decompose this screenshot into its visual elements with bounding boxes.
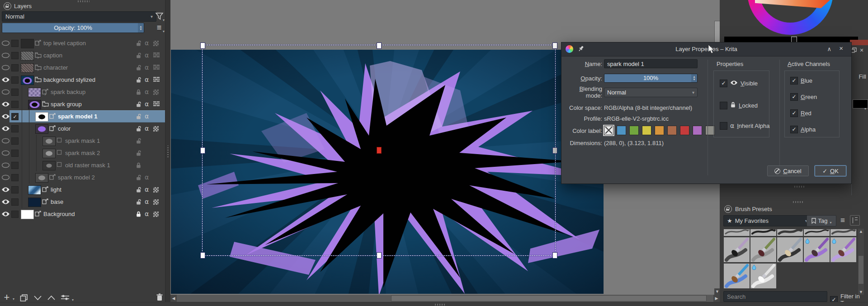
layer-select-box[interactable] — [11, 64, 19, 71]
lock-open-icon[interactable] — [136, 76, 143, 83]
layer-select-box[interactable] — [11, 137, 19, 145]
opacity-spin-buttons[interactable]: ▲▼ — [138, 23, 144, 33]
alpha-icon[interactable]: α — [145, 40, 152, 47]
visibility-icon[interactable] — [1, 126, 10, 132]
transform-handle-mid-right[interactable] — [552, 147, 557, 154]
visibility-icon[interactable] — [1, 52, 10, 58]
lock-open-icon[interactable] — [136, 64, 143, 71]
visibility-icon[interactable] — [1, 113, 10, 119]
transform-handle-bottom-right[interactable] — [552, 252, 557, 259]
layer-select-box[interactable] — [11, 211, 19, 218]
green-checkbox[interactable]: ✓Green — [790, 93, 817, 101]
layer-select-box[interactable] — [11, 76, 19, 84]
transform-center-point[interactable] — [377, 147, 382, 154]
layer-select-box[interactable] — [11, 89, 19, 96]
horizontal-scrollbar[interactable]: ◀ ▶ — [170, 295, 720, 302]
layer-row-spark-backup[interactable]: ›spark backupα — [0, 86, 165, 98]
layer-row-caption[interactable]: ›captionα — [0, 49, 165, 61]
layer-row-spark-mask-1[interactable]: spark mask 1 — [0, 135, 165, 147]
alpha-icon[interactable]: α — [145, 198, 152, 205]
layer-select-box[interactable] — [11, 198, 19, 206]
transform-handle-top-right[interactable] — [552, 42, 557, 49]
locked-checkbox[interactable]: Locked — [720, 101, 758, 109]
visible-checkbox[interactable]: ✓Visible — [720, 80, 758, 87]
presets-menu-button[interactable]: ≡ — [837, 215, 848, 226]
alpha-icon[interactable]: α — [145, 125, 152, 132]
layer-list-menu-button[interactable]: ≡ ▾ — [152, 22, 166, 33]
layer-row-spark-group[interactable]: ›spark groupα — [0, 98, 165, 110]
layer-select-box[interactable] — [11, 162, 19, 169]
layer-select-box[interactable] — [11, 186, 19, 193]
layer-row-background-stylized[interactable]: ›background stylizedα — [0, 74, 165, 86]
expand-arrow[interactable]: › — [35, 80, 41, 84]
layer-row-spark-mask-2[interactable]: spark mask 2 — [0, 147, 165, 159]
layer-select-box[interactable] — [11, 125, 19, 132]
presets-scrollbar[interactable]: ▲ ▼ — [858, 229, 864, 295]
layer-row-top-level-caption[interactable]: top level captionα — [0, 37, 165, 49]
brush-preset-flat-bristle-brush[interactable] — [723, 237, 750, 263]
transform-handle-top-center[interactable] — [377, 42, 382, 49]
alpha-icon[interactable]: α — [145, 186, 152, 193]
docker-lock-icon[interactable] — [724, 205, 732, 213]
color-label-swatch[interactable] — [629, 126, 639, 135]
color-label-swatch[interactable] — [680, 126, 689, 135]
expand-arrow[interactable]: › — [36, 67, 40, 72]
layer-row-old-raster-mask-1[interactable]: old raster mask 1 — [0, 159, 165, 171]
scroll-up-button[interactable]: ▲ — [858, 229, 864, 234]
transform-handle-bottom-center[interactable] — [377, 252, 382, 259]
layer-row-spark-model-2[interactable]: spark model 2α — [0, 171, 165, 184]
visibility-icon[interactable] — [1, 40, 10, 46]
brush-preset-watercolor-blue-brush[interactable] — [723, 263, 750, 289]
visibility-icon[interactable] — [1, 89, 10, 95]
layer-select-box[interactable] — [11, 101, 19, 108]
alpha-icon[interactable]: α — [145, 211, 152, 217]
visibility-icon[interactable] — [1, 199, 10, 205]
alpha-icon[interactable]: α — [145, 76, 152, 83]
lock-open-icon[interactable] — [136, 150, 143, 156]
visibility-icon[interactable] — [1, 211, 10, 217]
alpha-checkbox[interactable]: ✓Alpha — [790, 126, 816, 133]
horizontal-scrollbar-thumb[interactable] — [391, 295, 707, 301]
visibility-icon[interactable] — [1, 101, 10, 107]
blue-checkbox[interactable]: ✓Blue — [790, 77, 812, 85]
expand-arrow[interactable]: › — [36, 55, 40, 60]
color-label-swatch[interactable] — [642, 126, 651, 135]
alpha-icon[interactable]: α — [145, 52, 152, 59]
cancel-button[interactable]: Cancel — [767, 165, 809, 176]
layer-opacity-slider[interactable]: Opacity: 100% ▲▼ — [2, 23, 144, 33]
visibility-icon[interactable] — [1, 150, 10, 156]
display-settings-button[interactable] — [850, 215, 860, 226]
color-label-swatch[interactable] — [693, 126, 702, 135]
alpha-icon[interactable]: α — [145, 89, 152, 95]
brush-preset-round-sable-brush[interactable] — [750, 237, 777, 263]
layer-select-box[interactable]: ✓ — [11, 113, 19, 120]
lock-open-icon[interactable] — [136, 113, 143, 120]
transform-handle-top-left[interactable] — [200, 42, 205, 49]
lock-open-icon[interactable] — [136, 174, 143, 181]
lock-open-icon[interactable] — [136, 137, 143, 144]
visibility-icon[interactable] — [1, 65, 10, 71]
visibility-icon[interactable] — [1, 187, 10, 193]
layer-filter-button[interactable]: ▾ — [152, 10, 166, 22]
visibility-icon[interactable] — [1, 174, 10, 180]
color-label-swatch[interactable] — [667, 126, 677, 135]
visibility-icon[interactable] — [1, 77, 10, 83]
brush-preset-stroke-preview-4[interactable] — [803, 229, 830, 236]
lock-open-icon[interactable] — [136, 125, 143, 132]
layer-row-spark-model-1[interactable]: ✓spark model 1α — [0, 110, 165, 122]
lock-open-icon[interactable] — [136, 52, 143, 59]
expand-arrow[interactable]: › — [43, 91, 47, 97]
expand-arrow[interactable]: › — [50, 128, 55, 133]
alpha-icon[interactable]: α — [145, 174, 152, 181]
docker-grip[interactable] — [78, 0, 90, 2]
brush-preset-stroke-preview-3[interactable] — [777, 229, 803, 236]
color-label-swatch[interactable] — [617, 126, 626, 135]
red-checkbox[interactable]: ✓Red — [790, 109, 811, 117]
opacity-slider[interactable]: 100% ▲▼ — [604, 74, 698, 83]
alpha-icon[interactable]: α — [145, 101, 152, 108]
preset-search-input[interactable] — [723, 291, 827, 302]
lock-open-icon[interactable] — [136, 186, 143, 193]
layer-select-box[interactable] — [11, 174, 19, 181]
brush-preset-stroke-preview-1[interactable] — [723, 229, 750, 236]
close-docker-icon[interactable]: × — [860, 47, 863, 54]
